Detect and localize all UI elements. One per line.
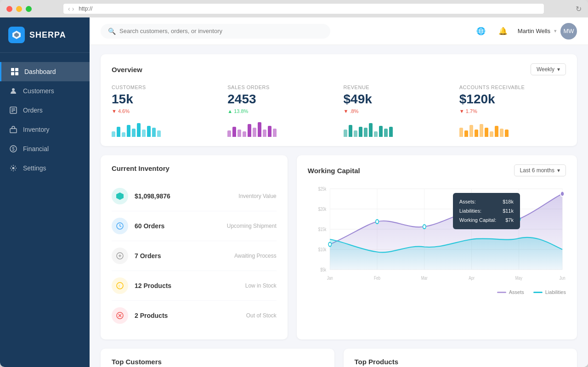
bar xyxy=(485,128,488,137)
upcoming-shipment-icon xyxy=(112,218,128,234)
upcoming-label: Upcoming Shipment xyxy=(227,223,277,229)
bar xyxy=(369,123,373,137)
svg-point-12 xyxy=(12,167,15,169)
topbar: 🔍 🌐 🔔 Martin Wells ▾ MW xyxy=(90,17,588,45)
bar xyxy=(237,130,241,137)
bar xyxy=(379,126,383,137)
low-stock-icon: ! xyxy=(112,277,128,294)
bar xyxy=(505,130,509,137)
tooltip-assets-row: Assets: $18k xyxy=(459,198,514,207)
awaiting-value: 7 Orders xyxy=(135,252,161,260)
logo-text: SHERPA xyxy=(29,30,66,40)
tooltip-liabilities-label: Liabilities: xyxy=(459,207,481,216)
user-info[interactable]: Martin Wells ▾ MW xyxy=(518,23,577,40)
inventory-icon xyxy=(9,125,17,134)
svg-point-37 xyxy=(376,220,379,224)
mini-bars xyxy=(344,119,450,137)
bar xyxy=(152,128,156,137)
bar xyxy=(344,130,347,137)
awaiting-icon xyxy=(112,248,128,264)
svg-rect-1 xyxy=(15,68,18,71)
overview-card: Overview Weekly ▾ Customers 15k ▼ xyxy=(101,54,577,146)
svg-point-4 xyxy=(12,88,15,91)
bar xyxy=(464,130,468,137)
maximize-button[interactable] xyxy=(26,6,32,12)
sidebar-item-settings[interactable]: Settings xyxy=(0,158,90,178)
os-window: ‹ › http:// ↻ SHERPA xyxy=(0,0,588,367)
overview-header: Overview Weekly ▾ xyxy=(112,63,566,75)
overview-title: Overview xyxy=(112,66,142,73)
svg-text:Apr: Apr xyxy=(469,275,475,281)
stat-label: Sales Orders xyxy=(227,85,334,90)
reload-icon[interactable]: ↻ xyxy=(576,5,582,13)
os-titlebar: ‹ › http:// ↻ xyxy=(0,0,588,17)
working-capital-header: Working Capital Last 6 months ▾ xyxy=(308,164,566,176)
top-customers-title: Top Customers xyxy=(112,358,162,366)
notification-icon[interactable]: 🔔 xyxy=(496,24,510,39)
inventory-header: Current Inventory xyxy=(112,164,277,172)
user-name: Martin Wells xyxy=(518,28,550,34)
sidebar-item-orders[interactable]: Orders xyxy=(0,101,90,120)
inventory-card: Current Inventory $1,098,9876 Inventory … xyxy=(101,155,288,339)
bar xyxy=(268,126,271,137)
bar xyxy=(132,129,136,137)
out-of-stock-icon xyxy=(112,307,128,324)
bar xyxy=(137,123,141,137)
bar xyxy=(157,130,161,137)
mini-bars xyxy=(227,119,334,137)
tooltip-liabilities-value: $11k xyxy=(503,207,514,216)
arrow-up-icon: ▲ xyxy=(227,108,232,114)
search-icon: 🔍 xyxy=(108,28,116,35)
settings-icon xyxy=(9,164,17,172)
bottom-tables: Top Customers CUSTOMER PENDING ORDERS TO… xyxy=(101,349,577,367)
awaiting-label: Awaiting Process xyxy=(234,253,277,259)
svg-text:$10k: $10k xyxy=(318,247,327,253)
bar xyxy=(469,125,473,137)
sidebar-item-financial[interactable]: $ Financial xyxy=(0,139,90,158)
out-of-stock-value: 2 Products xyxy=(135,312,168,319)
search-wrapper[interactable]: 🔍 xyxy=(101,24,330,39)
stat-change: ▼ 4.6% xyxy=(112,108,218,114)
inventory-item-upcoming: 60 Orders Upcoming Shipment xyxy=(112,211,277,241)
app-container: SHERPA Dashboard Customers xyxy=(0,17,588,367)
bar xyxy=(243,131,246,137)
bar xyxy=(147,126,151,137)
sidebar-item-label: Financial xyxy=(23,145,49,152)
bar xyxy=(263,130,266,137)
stat-change: ▲ 13.8% xyxy=(227,108,334,114)
tooltip-wc-label: Working Capital: xyxy=(459,216,497,225)
search-input[interactable] xyxy=(119,28,323,34)
last-6-months-dropdown[interactable]: Last 6 months ▾ xyxy=(514,164,566,176)
minimize-button[interactable] xyxy=(16,6,22,12)
weekly-dropdown[interactable]: Weekly ▾ xyxy=(531,63,566,75)
chevron-down-icon: ▾ xyxy=(557,167,560,174)
inventory-value-label: Inventory Value xyxy=(238,193,277,199)
bar xyxy=(374,131,378,137)
address-bar[interactable]: ‹ › http:// xyxy=(63,3,544,14)
svg-point-15 xyxy=(117,282,123,289)
bar xyxy=(349,125,352,137)
stat-label: Accounts Receivable xyxy=(459,85,566,90)
sidebar-item-dashboard[interactable]: Dashboard xyxy=(0,62,90,81)
inventory-item-value: $1,098,9876 Inventory Value xyxy=(112,181,277,211)
bar xyxy=(389,127,393,137)
working-capital-chart: $25k $20k $15k $10k $5k xyxy=(308,184,566,285)
tooltip-assets-value: $18k xyxy=(503,198,514,207)
legend-dot-assets xyxy=(497,292,506,293)
tooltip-wc-value: $7k xyxy=(505,216,514,225)
svg-text:May: May xyxy=(515,275,522,281)
upcoming-value: 60 Orders xyxy=(135,222,164,230)
globe-icon[interactable]: 🌐 xyxy=(474,24,488,39)
inventory-item-low: ! 12 Products Low in Stock xyxy=(112,271,277,301)
dashboard-icon xyxy=(11,68,19,76)
stat-value: 2453 xyxy=(227,92,334,107)
bar xyxy=(142,130,146,137)
tooltip-liabilities-row: Liabilities: $11k xyxy=(459,207,514,216)
sidebar-item-label: Orders xyxy=(23,107,43,114)
sidebar-item-inventory[interactable]: Inventory xyxy=(0,120,90,139)
svg-rect-9 xyxy=(10,129,17,133)
svg-rect-2 xyxy=(11,72,14,75)
chart-tooltip: Assets: $18k Liabilities: $11k Working C… xyxy=(453,193,520,229)
close-button[interactable] xyxy=(6,6,12,12)
sidebar-item-customers[interactable]: Customers xyxy=(0,81,90,101)
